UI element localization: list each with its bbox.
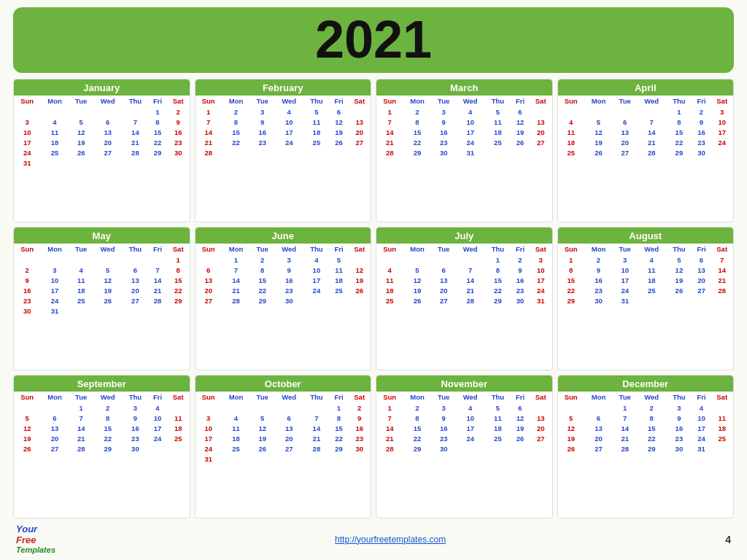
day-header-tue: Tue <box>250 96 274 106</box>
day-cell: 6 <box>511 106 530 117</box>
day-cell <box>530 147 552 158</box>
day-cell: 12 <box>69 127 93 137</box>
day-cell: 20 <box>432 285 456 295</box>
day-cell <box>530 106 552 117</box>
day-cell <box>93 254 123 265</box>
day-cell: 6 <box>123 265 148 275</box>
month-table: SunMonTueWedThuFriSat1234567891011121314… <box>14 244 190 316</box>
day-cell: 15 <box>403 423 431 433</box>
day-header-sun: Sun <box>14 96 40 106</box>
month-title: January <box>14 79 190 96</box>
day-cell: 23 <box>123 433 148 443</box>
day-cell: 15 <box>485 275 511 285</box>
day-header-fri: Fri <box>330 244 349 254</box>
day-header-sun: Sun <box>196 96 222 106</box>
day-header-fri: Fri <box>330 96 349 106</box>
day-header-thu: Thu <box>123 96 148 106</box>
day-cell <box>123 306 148 316</box>
day-header-thu: Thu <box>666 392 692 402</box>
day-header-thu: Thu <box>666 244 692 254</box>
day-header-sat: Sat <box>348 244 371 254</box>
day-cell: 20 <box>692 275 711 285</box>
day-cell: 30 <box>584 295 613 306</box>
day-cell: 25 <box>222 443 250 454</box>
day-cell: 28 <box>637 147 666 158</box>
day-cell: 16 <box>511 275 530 285</box>
day-cell: 31 <box>14 158 40 168</box>
day-cell: 2 <box>511 254 530 265</box>
day-cell: 4 <box>303 254 329 265</box>
day-cell: 15 <box>330 423 349 433</box>
day-header-sun: Sun <box>376 244 403 254</box>
day-cell: 25 <box>330 285 349 295</box>
day-cell: 31 <box>456 147 485 158</box>
day-cell: 9 <box>584 265 613 275</box>
day-cell: 1 <box>376 402 403 413</box>
day-header-fri: Fri <box>148 96 167 106</box>
day-cell: 22 <box>485 285 511 295</box>
day-cell: 8 <box>93 413 123 423</box>
day-cell: 27 <box>613 147 637 158</box>
day-cell <box>93 306 123 316</box>
day-cell: 18 <box>222 433 250 443</box>
day-cell: 26 <box>14 443 40 454</box>
day-header-wed: Wed <box>93 96 123 106</box>
day-header-mon: Mon <box>222 392 250 402</box>
day-header-tue: Tue <box>432 244 456 254</box>
day-cell: 18 <box>330 275 349 285</box>
day-header-sun: Sun <box>376 96 403 106</box>
day-cell: 5 <box>403 265 431 275</box>
day-cell: 29 <box>167 295 190 306</box>
month-title: April <box>558 79 734 96</box>
day-cell <box>584 402 613 413</box>
day-header-mon: Mon <box>584 392 613 402</box>
day-cell: 7 <box>613 413 637 423</box>
day-cell: 13 <box>584 423 613 433</box>
day-cell: 14 <box>376 423 403 433</box>
day-cell: 8 <box>167 265 190 275</box>
day-cell: 1 <box>196 106 222 117</box>
day-cell: 18 <box>376 285 403 295</box>
footer-link[interactable]: http://yourfreetemplates.com <box>335 534 446 545</box>
day-header-mon: Mon <box>40 392 69 402</box>
day-cell: 17 <box>613 275 637 285</box>
day-cell: 14 <box>711 265 733 275</box>
day-cell: 22 <box>222 137 250 147</box>
month-july: JulySunMonTueWedThuFriSat123456789101112… <box>376 227 553 370</box>
day-header-sun: Sun <box>14 244 40 254</box>
day-cell: 16 <box>274 275 303 285</box>
day-cell: 24 <box>148 433 167 443</box>
day-cell: 5 <box>584 117 613 127</box>
day-header-wed: Wed <box>93 244 123 254</box>
day-cell: 4 <box>376 265 403 275</box>
day-cell: 13 <box>93 127 123 137</box>
day-cell <box>222 402 250 413</box>
day-cell: 29 <box>330 443 349 454</box>
day-cell: 30 <box>167 147 190 158</box>
day-cell: 14 <box>613 423 637 433</box>
day-cell: 4 <box>274 106 303 117</box>
day-cell: 18 <box>69 285 93 295</box>
day-header-thu: Thu <box>123 244 148 254</box>
day-cell: 24 <box>303 285 329 295</box>
day-header-thu: Thu <box>303 392 329 402</box>
month-table: SunMonTueWedThuFriSat1234567891011121314… <box>196 96 371 158</box>
day-cell: 21 <box>303 433 329 443</box>
day-cell: 11 <box>376 275 403 285</box>
day-header-mon: Mon <box>222 96 250 106</box>
day-cell: 1 <box>222 254 250 265</box>
day-header-sat: Sat <box>167 244 190 254</box>
day-header-tue: Tue <box>613 96 637 106</box>
day-cell: 11 <box>69 275 93 285</box>
logo: Your Free Templates <box>16 524 55 554</box>
day-cell: 10 <box>456 117 485 127</box>
month-title: February <box>196 79 371 96</box>
day-cell: 7 <box>376 117 403 127</box>
day-cell: 27 <box>196 295 222 306</box>
day-cell: 10 <box>148 413 167 423</box>
day-cell: 3 <box>14 117 40 127</box>
logo-free: Free <box>16 535 55 545</box>
day-cell <box>274 147 303 158</box>
day-cell: 10 <box>456 413 485 423</box>
day-cell: 20 <box>123 285 148 295</box>
